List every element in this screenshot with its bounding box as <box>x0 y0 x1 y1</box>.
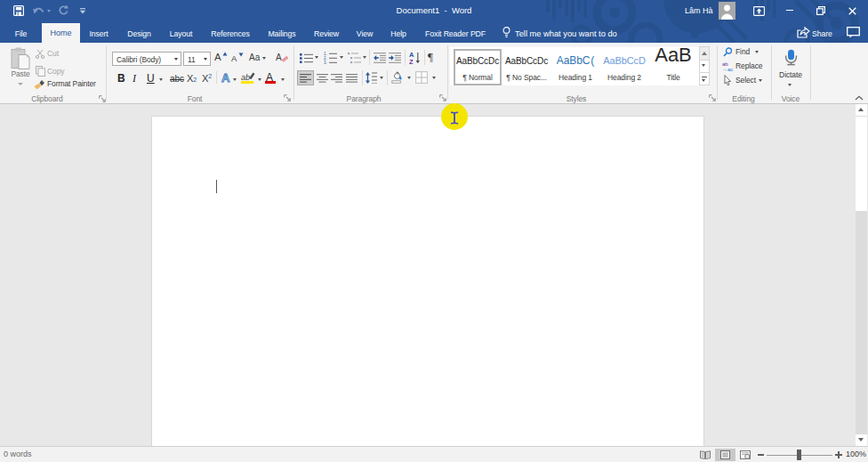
svg-text:→ac: →ac <box>722 67 733 71</box>
svg-text:Z: Z <box>409 58 414 65</box>
svg-text:3.: 3. <box>324 61 327 64</box>
